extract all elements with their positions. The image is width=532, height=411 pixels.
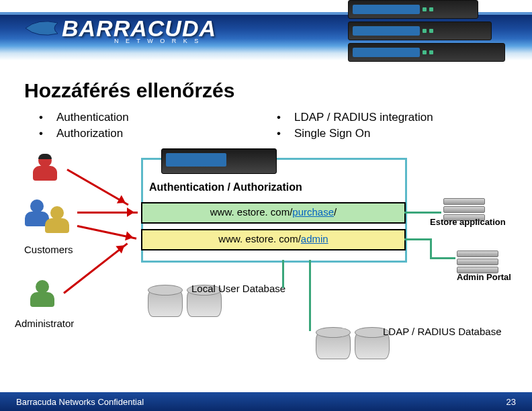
arrow-group-to-admin [77, 225, 137, 240]
connector-to-estore [404, 212, 441, 214]
bullet-text: Single Sign On [294, 127, 370, 140]
customers-label: Customers [24, 244, 73, 255]
hardware-unit [348, 21, 492, 40]
bullet-item: •Authorization [39, 127, 129, 140]
bullet-item: •LDAP / RADIUS integration [277, 111, 433, 124]
brand-subtitle: N E T W O R K S [114, 38, 201, 44]
url-bar-purchase: www. estore. com/purchase/ [141, 202, 406, 224]
admin-portal-label: Admin Portal [457, 272, 511, 282]
server-admin-portal [457, 250, 497, 275]
bullets-left-column: •Authentication •Authorization [39, 111, 129, 143]
url-link-purchase[interactable]: purchase [292, 206, 334, 218]
header-hardware-stack [348, 0, 505, 64]
db-ldap-left [316, 331, 351, 359]
user-icon-yellow [42, 205, 73, 236]
connector-to-admin [430, 257, 455, 259]
connector-branch [404, 238, 431, 240]
auth-label: Authentication / Authorization [149, 181, 302, 193]
diagram-area: Customers Administrator Authentication /… [0, 158, 532, 346]
barracuda-fish-icon [24, 15, 62, 42]
local-db-label: Local User Database [191, 283, 285, 294]
slide-title: Hozzáférés ellenőrzés [24, 79, 234, 102]
db-local-left [148, 289, 183, 317]
administrator-label: Administrator [15, 318, 74, 329]
estore-app-label: Estore application [430, 217, 506, 227]
url-text: www. estore. com/ [218, 233, 301, 244]
user-icon-admin [27, 279, 58, 310]
footer-page-number: 23 [506, 397, 516, 407]
bullet-item: •Authentication [39, 111, 129, 124]
arrow-red-to-purchase [66, 169, 128, 205]
url-text: www. estore. com/ [210, 206, 293, 218]
hardware-unit [348, 43, 505, 62]
connector-down [430, 238, 432, 259]
hardware-unit [348, 0, 478, 19]
ldap-db-label: LDAP / RADIUS Database [383, 326, 501, 337]
arrow-group-to-purchase [77, 212, 138, 214]
url-link-admin[interactable]: admin [301, 233, 328, 244]
connector-to-local-db [282, 260, 284, 288]
user-icon-red [30, 152, 60, 183]
bullet-item: •Single Sign On [277, 127, 433, 140]
footer-confidential: Barracuda Networks Confidential [16, 397, 144, 407]
url-bar-admin: www. estore. com/admin [141, 229, 406, 250]
firewall-appliance-icon [161, 148, 277, 174]
connector-to-ldap-db [309, 260, 311, 331]
footer-bar: Barracuda Networks Confidential 23 [0, 392, 532, 411]
bullets-right-column: •LDAP / RADIUS integration •Single Sign … [277, 111, 433, 143]
url-text: / [334, 206, 337, 218]
bullet-text: LDAP / RADIUS integration [294, 111, 433, 124]
bullet-text: Authorization [56, 127, 123, 140]
arrow-admin-to-admin-url [63, 242, 128, 293]
bullet-text: Authentication [56, 111, 129, 124]
